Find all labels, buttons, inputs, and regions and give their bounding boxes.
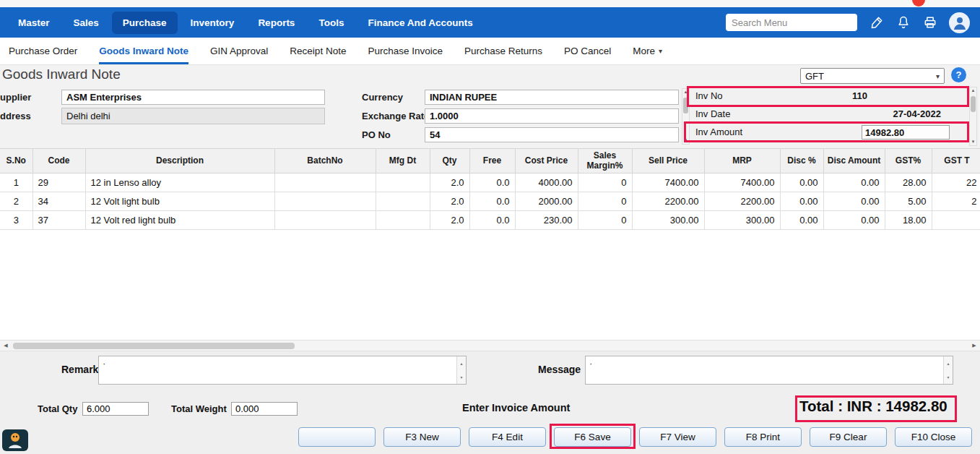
- table-cell[interactable]: 2.0: [430, 192, 469, 211]
- table-cell[interactable]: 2: [932, 192, 980, 211]
- table-cell[interactable]: 7400.00: [704, 174, 780, 192]
- tab-receipt-note[interactable]: Receipt Note: [290, 38, 346, 64]
- table-cell[interactable]: 0.00: [780, 192, 823, 211]
- tab-gin-approval[interactable]: GIN Approval: [210, 38, 268, 64]
- table-cell[interactable]: 0.00: [823, 192, 885, 211]
- menu-master[interactable]: Master: [7, 12, 61, 34]
- table-cell[interactable]: 2.0: [430, 174, 469, 192]
- search-menu-input[interactable]: [726, 14, 857, 31]
- table-cell[interactable]: 0: [578, 174, 632, 192]
- f7-view-button[interactable]: F7 View: [639, 427, 716, 447]
- tab-purchase-order[interactable]: Purchase Order: [9, 38, 77, 64]
- table-cell[interactable]: 0.0: [469, 211, 515, 230]
- printer-icon[interactable]: [922, 15, 937, 30]
- menu-inventory[interactable]: Inventory: [180, 12, 246, 34]
- f9-clear-button[interactable]: F9 Clear: [810, 427, 887, 447]
- form-vertical-scrollbar[interactable]: ▲ ▼: [682, 88, 690, 145]
- tab-more[interactable]: More▾: [633, 38, 662, 64]
- table-cell[interactable]: 0.00: [780, 211, 823, 230]
- table-cell[interactable]: 1: [0, 174, 32, 192]
- po-no-input[interactable]: [425, 127, 679, 142]
- panel-vertical-scrollbar[interactable]: ▲ ▼: [969, 87, 977, 146]
- scrollbar-thumb[interactable]: [13, 343, 295, 349]
- spin-down-icon[interactable]: ▼: [457, 370, 466, 384]
- table-row[interactable]: 23412 Volt light bulb2.00.02000.0002200.…: [0, 192, 980, 211]
- scrollbar-thumb[interactable]: [683, 98, 688, 113]
- address-input[interactable]: [61, 108, 325, 124]
- table-cell[interactable]: [274, 174, 376, 192]
- table-cell[interactable]: [376, 192, 430, 211]
- f8-print-button[interactable]: F8 Print: [724, 427, 802, 447]
- table-cell[interactable]: [274, 192, 376, 211]
- menu-finance-and-accounts[interactable]: Finance And Accounts: [357, 12, 483, 34]
- table-cell[interactable]: 34: [32, 192, 85, 211]
- scroll-right-icon[interactable]: ▶: [968, 340, 980, 351]
- currency-input[interactable]: [425, 90, 679, 105]
- table-cell[interactable]: 0.00: [823, 174, 885, 192]
- table-cell[interactable]: 2200.00: [704, 192, 780, 211]
- help-icon[interactable]: ?: [951, 67, 966, 82]
- menu-tools[interactable]: Tools: [308, 12, 355, 34]
- bell-icon[interactable]: [896, 15, 911, 30]
- tab-purchase-returns[interactable]: Purchase Returns: [464, 38, 542, 64]
- table-cell[interactable]: 2: [0, 192, 32, 211]
- scroll-left-icon[interactable]: ◀: [0, 340, 12, 351]
- inv-no-value[interactable]: 110: [852, 90, 867, 101]
- table-cell[interactable]: 3: [0, 211, 32, 230]
- total-qty-input[interactable]: [82, 402, 149, 416]
- menu-sales[interactable]: Sales: [63, 12, 110, 34]
- table-cell[interactable]: 300.00: [632, 211, 704, 230]
- table-cell[interactable]: [274, 211, 376, 230]
- table-cell[interactable]: 5.00: [885, 192, 932, 211]
- user-avatar[interactable]: [949, 12, 970, 33]
- f6-save-button[interactable]: F6 Save: [554, 427, 631, 447]
- table-cell[interactable]: 12 Volt light bulb: [85, 192, 274, 211]
- table-cell[interactable]: [932, 211, 980, 230]
- spin-up-icon[interactable]: ▲: [944, 356, 953, 370]
- table-cell[interactable]: 300.00: [704, 211, 780, 230]
- supplier-input[interactable]: [61, 90, 325, 105]
- table-cell[interactable]: 28.00: [885, 174, 932, 192]
- inv-date-value[interactable]: 27-04-2022: [893, 108, 942, 119]
- table-cell[interactable]: [376, 174, 430, 192]
- scroll-up-icon[interactable]: ▲: [971, 87, 976, 94]
- table-cell[interactable]: 7400.00: [632, 174, 704, 192]
- tab-purchase-invoice[interactable]: Purchase Invoice: [368, 38, 443, 64]
- table-cell[interactable]: 22: [932, 174, 980, 192]
- inv-amount-input[interactable]: 14982.80: [862, 125, 950, 140]
- scroll-down-icon[interactable]: ▼: [684, 137, 688, 144]
- table-cell[interactable]: 4000.00: [515, 174, 578, 192]
- table-cell[interactable]: 0: [578, 211, 632, 230]
- table-cell[interactable]: 2200.00: [632, 192, 704, 211]
- scroll-down-icon[interactable]: ▼: [971, 139, 976, 145]
- horizontal-scrollbar[interactable]: ◀ ▶: [0, 340, 980, 351]
- table-cell[interactable]: 2000.00: [515, 192, 578, 211]
- table-cell[interactable]: 0.00: [823, 211, 885, 230]
- table-cell[interactable]: [376, 211, 430, 230]
- series-dropdown[interactable]: GFT ▾: [800, 68, 945, 84]
- scroll-up-icon[interactable]: ▲: [684, 89, 688, 95]
- spin-down-icon[interactable]: ▼: [944, 370, 953, 384]
- table-cell[interactable]: 12 Volt red light bulb: [85, 211, 274, 230]
- menu-reports[interactable]: Reports: [247, 12, 305, 34]
- table-cell[interactable]: 0: [578, 192, 632, 211]
- message-textarea[interactable]: · ▲ ▼: [585, 356, 953, 385]
- scrollbar-thumb[interactable]: [971, 96, 976, 112]
- menu-purchase[interactable]: Purchase: [112, 12, 178, 34]
- table-row[interactable]: 33712 Volt red light bulb2.00.0230.00030…: [0, 211, 980, 230]
- table-cell[interactable]: 37: [32, 211, 85, 230]
- table-cell[interactable]: 18.00: [885, 211, 932, 230]
- tab-goods-inward-note[interactable]: Goods Inward Note: [99, 38, 188, 64]
- total-weight-input[interactable]: [231, 402, 298, 416]
- brush-icon[interactable]: [869, 15, 884, 30]
- f3-new-button[interactable]: F3 New: [383, 427, 461, 447]
- spin-up-icon[interactable]: ▲: [457, 356, 466, 370]
- table-row[interactable]: 12912 in Lenso alloy2.00.04000.0007400.0…: [0, 174, 980, 192]
- f4-edit-button[interactable]: F4 Edit: [469, 427, 546, 447]
- table-cell[interactable]: 12 in Lenso alloy: [85, 174, 274, 192]
- table-cell[interactable]: 230.00: [515, 211, 578, 230]
- table-cell[interactable]: 2.0: [430, 211, 469, 230]
- tab-po-cancel[interactable]: PO Cancel: [564, 38, 611, 64]
- table-cell[interactable]: 0.0: [469, 192, 515, 211]
- remarks-textarea[interactable]: · ▲ ▼: [98, 356, 467, 385]
